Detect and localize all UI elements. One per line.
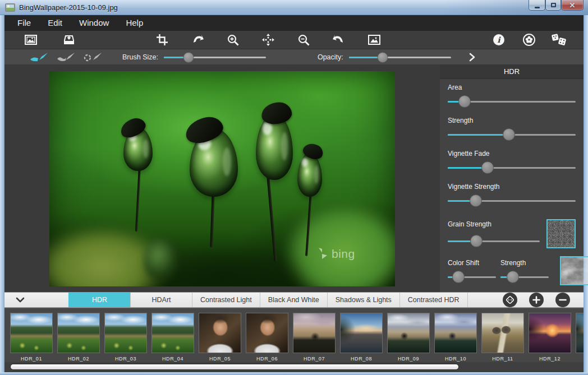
preset-thumbnail[interactable]: HDR_02 (57, 313, 100, 362)
tab-shadows-and-lights[interactable]: Shadows & Lights (327, 293, 399, 307)
vignette-strength-handle[interactable] (470, 195, 482, 207)
collapse-presets-button[interactable] (4, 293, 36, 307)
zoom-in-button[interactable] (224, 33, 241, 47)
grain-strength-slider[interactable] (448, 235, 540, 247)
preset-preview-image[interactable] (10, 313, 53, 353)
save-export-button[interactable] (61, 33, 77, 47)
preset-preview-image[interactable] (576, 313, 584, 353)
preset-thumbnail[interactable]: HDR_10 (434, 313, 477, 362)
bing-logo-icon (318, 248, 328, 260)
preset-thumbnail-label: HDR_07 (304, 356, 325, 362)
grain-strength-handle[interactable] (470, 235, 483, 247)
preset-preview-image[interactable] (434, 313, 477, 353)
undo-button[interactable] (189, 33, 206, 47)
tab-contrasted-light[interactable]: Contrasted Light (192, 293, 260, 307)
preset-thumbnail[interactable]: HDR_07 (293, 313, 336, 362)
tab-hdr[interactable]: HDR (68, 293, 130, 307)
maximize-button[interactable] (545, 0, 561, 11)
menu-window[interactable]: Window (71, 15, 117, 31)
close-button[interactable]: ✕ (561, 0, 584, 11)
brush-paint-icon-active[interactable] (29, 52, 49, 63)
close-icon: ✕ (569, 2, 576, 9)
scrollbar-thumb[interactable] (10, 364, 459, 370)
bing-watermark-text: bing (332, 247, 355, 261)
strength-label: Strength (448, 117, 576, 124)
zoom-in-icon (227, 34, 240, 47)
preset-thumbnail[interactable]: HDR_01 (10, 313, 53, 362)
preset-thumbnail-label: HDR_11 (492, 356, 513, 362)
random-preset-button[interactable] (503, 293, 517, 307)
preset-thumbnail[interactable]: HDR_03 (104, 313, 147, 362)
opacity-handle[interactable] (377, 52, 388, 63)
compare-original-button[interactable] (366, 33, 383, 47)
preset-preview-image[interactable] (151, 313, 194, 353)
area-handle[interactable] (458, 95, 471, 108)
color-shift-texture-preview[interactable] (560, 256, 588, 285)
preset-thumbnail[interactable]: HDR_04 (151, 313, 194, 362)
preset-thumbnail-label: HDR_10 (445, 356, 466, 362)
add-preset-button[interactable] (529, 293, 544, 307)
color-strength-handle[interactable] (507, 271, 519, 283)
strength-handle[interactable] (503, 128, 515, 141)
preset-thumbnail[interactable]: HDR_11 (481, 313, 524, 362)
opacity-slider[interactable] (349, 52, 451, 62)
brush-size-slider[interactable] (164, 52, 266, 62)
expand-brush-options-icon[interactable] (468, 53, 476, 62)
preset-thumbnail-label: HDR_08 (351, 356, 372, 362)
open-image-button[interactable] (22, 33, 39, 47)
preset-thumbnail[interactable]: HDR_05 (199, 313, 241, 362)
preset-thumbnail[interactable]: HDR_06 (246, 313, 288, 362)
menu-help[interactable]: Help (117, 15, 151, 31)
title-bar[interactable]: BingWallpaper-2015-10-09.jpg ✕ (0, 0, 588, 15)
preset-thumbnail[interactable]: HDR_13 (576, 313, 584, 362)
preset-preview-image[interactable] (529, 313, 571, 353)
redo-button[interactable] (330, 33, 347, 47)
preset-preview-image[interactable] (293, 313, 336, 353)
menu-edit[interactable]: Edit (39, 15, 71, 31)
preset-thumbnail[interactable]: HDR_09 (387, 313, 430, 362)
preset-preview-image[interactable] (57, 313, 100, 353)
random-variant-button[interactable] (551, 33, 568, 47)
strength-slider[interactable] (448, 128, 576, 141)
preset-preview-image[interactable] (199, 313, 241, 353)
preset-thumbnail[interactable]: HDR_12 (529, 313, 571, 362)
preset-thumbnail-label: HDR_05 (209, 356, 231, 362)
brush-erase-icon[interactable] (83, 52, 103, 63)
info-button[interactable]: i (490, 33, 507, 47)
zoom-out-button[interactable] (295, 33, 312, 47)
tab-black-and-white[interactable]: Black And White (260, 293, 327, 307)
minimize-icon (535, 7, 540, 8)
window-frame: File Edit Window Help (0, 15, 588, 372)
crop-button[interactable] (154, 33, 171, 47)
grain-texture-preview[interactable] (546, 219, 576, 248)
preset-preview-image[interactable] (340, 313, 383, 353)
vignette-fade-slider[interactable] (448, 161, 576, 174)
minimize-button[interactable] (529, 0, 545, 11)
minus-icon (559, 296, 567, 304)
color-shift-handle[interactable] (452, 271, 465, 283)
color-strength-slider[interactable] (500, 271, 549, 283)
settings-button[interactable] (521, 33, 538, 47)
toolbar: i (4, 31, 584, 49)
preset-preview-image[interactable] (481, 313, 524, 353)
preset-preview-image[interactable] (387, 313, 430, 353)
pan-move-button[interactable] (260, 33, 277, 47)
editor-canvas-area: bing (4, 64, 440, 292)
preset-preview-image[interactable] (104, 313, 147, 353)
remove-preset-button[interactable] (555, 293, 570, 307)
opacity-label: Opacity: (318, 53, 343, 61)
thumbnail-scrollbar[interactable] (4, 362, 584, 372)
tab-hdart[interactable]: HDArt (130, 293, 192, 307)
brush-soft-icon[interactable] (56, 52, 76, 63)
preset-thumbnail[interactable]: HDR_08 (340, 313, 383, 362)
canvas-image[interactable]: bing (49, 71, 395, 286)
tab-contrasted-hdr[interactable]: Contrasted HDR (399, 293, 468, 307)
menu-file[interactable]: File (9, 15, 39, 31)
window-title: BingWallpaper-2015-10-09.jpg (19, 3, 118, 12)
color-shift-slider[interactable] (448, 271, 496, 283)
preset-preview-image[interactable] (246, 313, 288, 353)
vignette-fade-handle[interactable] (481, 161, 494, 174)
vignette-strength-slider[interactable] (448, 195, 576, 207)
area-slider[interactable] (448, 95, 576, 108)
brush-size-handle[interactable] (183, 52, 194, 63)
